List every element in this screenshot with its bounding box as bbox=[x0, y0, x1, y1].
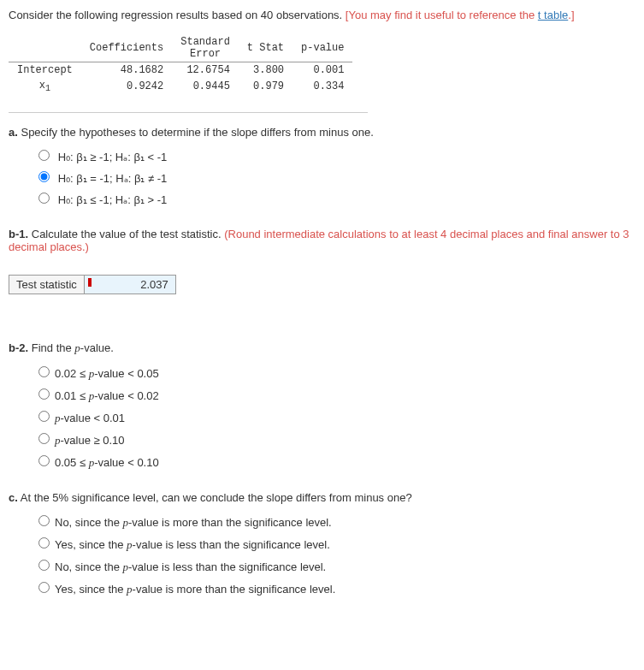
b2-opt2: 0.01 ≤ p-value < 0.02 bbox=[55, 389, 159, 402]
b2-label: b-2. bbox=[9, 341, 28, 354]
b2-opt1: 0.02 ≤ p-value < 0.05 bbox=[55, 367, 159, 380]
radio-b2-1[interactable] bbox=[38, 366, 50, 377]
t-table-link[interactable]: t table bbox=[538, 9, 568, 21]
a-opt3: H₀: β₁ ≤ -1; Hₐ: β₁ > -1 bbox=[58, 193, 168, 206]
radio-b2-5[interactable] bbox=[38, 455, 50, 466]
th-p: p-value bbox=[292, 34, 352, 62]
c-opt2: Yes, since the p-value is less than the … bbox=[55, 538, 330, 551]
c-label: c. bbox=[9, 491, 18, 504]
teststat-label: Test statistic bbox=[9, 276, 85, 293]
c-options: No, since the p-value is more than the s… bbox=[34, 513, 635, 596]
radio-c4[interactable] bbox=[38, 582, 50, 593]
c-opt1: No, since the p-value is more than the s… bbox=[55, 516, 332, 529]
radio-b2-4[interactable] bbox=[38, 433, 50, 444]
radio-a1[interactable] bbox=[38, 150, 50, 161]
a-text: Specify the hypotheses to determine if t… bbox=[21, 126, 373, 139]
table-row: x1 0.9242 0.9445 0.979 0.334 bbox=[9, 78, 352, 95]
question-b2: b-2. Find the p-value. 0.02 ≤ p-value < … bbox=[9, 341, 635, 470]
b1-text: Calculate the value of the test statisti… bbox=[32, 228, 224, 240]
intro-red: [You may find it useful to reference the… bbox=[346, 9, 575, 21]
table-divider bbox=[9, 112, 368, 113]
b1-label: b-1. bbox=[9, 228, 28, 240]
c-text: At the 5% significance level, can we con… bbox=[21, 491, 412, 504]
intro-part1: Consider the following regression result… bbox=[9, 9, 346, 21]
c-opt4: Yes, since the p-value is more than the … bbox=[55, 583, 335, 596]
regression-table: Coefficients StandardError t Stat p-valu… bbox=[9, 34, 352, 95]
teststat-input[interactable]: 2.037 bbox=[85, 276, 175, 293]
radio-c3[interactable] bbox=[38, 560, 50, 571]
b2-opt4: p-value ≥ 0.10 bbox=[55, 434, 125, 447]
radio-b2-3[interactable] bbox=[38, 411, 50, 422]
question-a: a. Specify the hypotheses to determine i… bbox=[9, 126, 635, 206]
b2-text: Find the p-value. bbox=[32, 341, 114, 354]
radio-b2-2[interactable] bbox=[38, 388, 50, 400]
row1-label: Intercept bbox=[9, 62, 81, 79]
a-opt1: H₀: β₁ ≥ -1; Hₐ: β₁ < -1 bbox=[58, 151, 168, 163]
b2-opt3: p-value < 0.01 bbox=[55, 412, 125, 424]
a-label: a. bbox=[9, 126, 18, 139]
a-opt2: H₀: β₁ = -1; Hₐ: β₁ ≠ -1 bbox=[58, 172, 168, 185]
question-b1: b-1. Calculate the value of the test sta… bbox=[9, 228, 635, 294]
radio-a2[interactable] bbox=[38, 171, 50, 182]
radio-c1[interactable] bbox=[38, 515, 50, 526]
radio-c2[interactable] bbox=[38, 537, 50, 548]
row2-label: x1 bbox=[9, 78, 81, 95]
question-c: c. At the 5% significance level, can we … bbox=[9, 491, 635, 596]
th-se: StandardError bbox=[172, 34, 239, 62]
table-row: Intercept 48.1682 12.6754 3.800 0.001 bbox=[9, 62, 352, 79]
intro-text: Consider the following regression result… bbox=[9, 9, 635, 21]
b2-opt5: 0.05 ≤ p-value < 0.10 bbox=[55, 456, 159, 469]
c-opt3: No, since the p-value is less than the s… bbox=[55, 560, 326, 573]
answer-box: Test statistic 2.037 bbox=[9, 275, 176, 294]
a-options: H₀: β₁ ≥ -1; Hₐ: β₁ < -1 H₀: β₁ = -1; Hₐ… bbox=[34, 147, 635, 206]
th-coef: Coefficients bbox=[81, 34, 172, 62]
th-t: t Stat bbox=[239, 34, 292, 62]
b2-options: 0.02 ≤ p-value < 0.05 0.01 ≤ p-value < 0… bbox=[34, 364, 635, 470]
radio-a3[interactable] bbox=[38, 193, 50, 204]
